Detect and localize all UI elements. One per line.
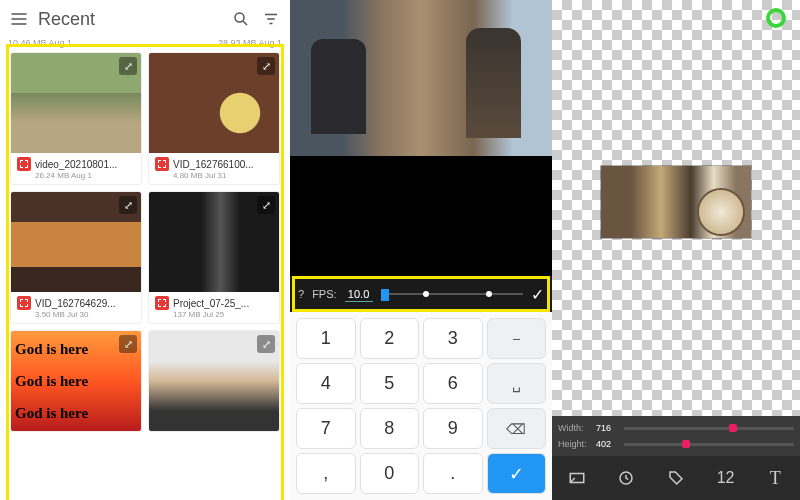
- overlay-text: God is here: [15, 405, 137, 422]
- file-name: VID_162764629...: [35, 298, 116, 309]
- key-4[interactable]: 4: [296, 363, 356, 404]
- key-2[interactable]: 2: [360, 318, 420, 359]
- video-icon: [17, 296, 31, 310]
- sub-left: 10.46 MB Aug 1: [8, 38, 72, 48]
- thumbnail-card[interactable]: ⤢ VID_162764629... 3.50 MB Jul 30: [10, 191, 142, 324]
- range-end-handle[interactable]: [486, 291, 492, 297]
- editor-toolbar: 12 T: [552, 456, 800, 500]
- key-9[interactable]: 9: [423, 408, 483, 449]
- expand-icon[interactable]: ⤢: [257, 57, 275, 75]
- dimensions-panel: Width: 716 Height: 402: [552, 416, 800, 456]
- confirm-icon[interactable]: ✓: [531, 285, 544, 304]
- video-icon: [155, 157, 169, 171]
- file-name: video_20210801...: [35, 159, 117, 170]
- video-icon: [17, 157, 31, 171]
- search-icon[interactable]: [230, 8, 252, 30]
- gallery-panel: Recent 10.46 MB Aug 1 28.93 MB Aug 1 ⤢ v…: [0, 0, 290, 500]
- menu-icon[interactable]: [8, 8, 30, 30]
- range-scrubber[interactable]: [381, 293, 523, 295]
- thumbnail-grid: ⤢ video_20210801... 26.24 MB Aug 1 ⤢ VID…: [0, 52, 290, 432]
- gallery-title: Recent: [38, 9, 222, 30]
- height-label: Height:: [558, 439, 592, 449]
- fps-editor-panel: ? FPS: 10.0 ✓ 1 2 3 − 4 5 6 ␣ 7 8 9 ⌫ , …: [290, 0, 552, 500]
- key-period[interactable]: .: [423, 453, 483, 494]
- thumbnail-image: ⤢: [149, 53, 279, 153]
- history-tool-icon[interactable]: [612, 464, 640, 492]
- aspect-tool-icon[interactable]: [563, 464, 591, 492]
- key-minus[interactable]: −: [487, 318, 547, 359]
- preview-gap: [290, 156, 552, 276]
- range-start-handle[interactable]: [423, 291, 429, 297]
- filter-icon[interactable]: [260, 8, 282, 30]
- expand-icon[interactable]: ⤢: [119, 57, 137, 75]
- file-meta: 3.50 MB Jul 30: [35, 310, 135, 319]
- thumbnail-image: ⤢: [11, 53, 141, 153]
- key-7[interactable]: 7: [296, 408, 356, 449]
- fps-toolbar: ? FPS: 10.0 ✓: [290, 276, 552, 312]
- fps-input[interactable]: 10.0: [345, 287, 373, 302]
- file-name: Project_07-25_...: [173, 298, 249, 309]
- overlay-text: God is here: [15, 373, 137, 390]
- layer-image[interactable]: [601, 166, 751, 238]
- text-tool-icon[interactable]: T: [761, 464, 789, 492]
- file-name: VID_162766100...: [173, 159, 254, 170]
- gallery-topbar: Recent: [0, 0, 290, 38]
- key-6[interactable]: 6: [423, 363, 483, 404]
- thumbnail-image: ⤢: [11, 192, 141, 292]
- key-3[interactable]: 3: [423, 318, 483, 359]
- thumbnail-image: ⤢: [149, 192, 279, 292]
- key-confirm[interactable]: ✓: [487, 453, 547, 494]
- tool-number[interactable]: 12: [712, 464, 740, 492]
- key-0[interactable]: 0: [360, 453, 420, 494]
- top-meta-row: 10.46 MB Aug 1 28.93 MB Aug 1: [0, 38, 290, 52]
- file-meta: 26.24 MB Aug 1: [35, 171, 135, 180]
- width-label: Width:: [558, 423, 592, 433]
- numeric-keypad: 1 2 3 − 4 5 6 ␣ 7 8 9 ⌫ , 0 . ✓: [290, 312, 552, 500]
- key-8[interactable]: 8: [360, 408, 420, 449]
- key-space[interactable]: ␣: [487, 363, 547, 404]
- thumbnail-card[interactable]: ⤢ video_20210801... 26.24 MB Aug 1: [10, 52, 142, 185]
- key-5[interactable]: 5: [360, 363, 420, 404]
- height-value: 402: [596, 439, 620, 449]
- editor-canvas[interactable]: [552, 0, 800, 416]
- image-editor-panel: Width: 716 Height: 402 12 T: [552, 0, 800, 500]
- thumbnail-card[interactable]: ⤢: [148, 330, 280, 432]
- thumbnail-card[interactable]: ⤢ VID_162766100... 4.80 MB Jul 31: [148, 52, 280, 185]
- expand-icon[interactable]: ⤢: [257, 196, 275, 214]
- thumbnail-image: ⤢: [149, 331, 279, 431]
- height-slider[interactable]: [624, 443, 794, 446]
- key-1[interactable]: 1: [296, 318, 356, 359]
- key-backspace[interactable]: ⌫: [487, 408, 547, 449]
- tag-tool-icon[interactable]: [662, 464, 690, 492]
- thumbnail-image: God is here God is here God is here ⤢: [11, 331, 141, 431]
- width-value: 716: [596, 423, 620, 433]
- record-indicator-icon: [766, 8, 786, 28]
- slider-thumb[interactable]: [682, 440, 690, 448]
- video-icon: [155, 296, 169, 310]
- fps-label: FPS:: [312, 288, 336, 300]
- key-comma[interactable]: ,: [296, 453, 356, 494]
- thumbnail-card[interactable]: God is here God is here God is here ⤢: [10, 330, 142, 432]
- video-preview: [290, 0, 552, 156]
- file-meta: 137 MB Jul 25: [173, 310, 273, 319]
- svg-point-0: [235, 13, 244, 22]
- thumbnail-card[interactable]: ⤢ Project_07-25_... 137 MB Jul 25: [148, 191, 280, 324]
- width-slider[interactable]: [624, 427, 794, 430]
- slider-thumb[interactable]: [729, 424, 737, 432]
- sub-right: 28.93 MB Aug 1: [218, 38, 282, 48]
- file-meta: 4.80 MB Jul 31: [173, 171, 273, 180]
- scrub-cursor-icon[interactable]: [381, 289, 389, 301]
- expand-icon[interactable]: ⤢: [119, 335, 137, 353]
- help-icon[interactable]: ?: [298, 288, 304, 300]
- expand-icon[interactable]: ⤢: [257, 335, 275, 353]
- expand-icon[interactable]: ⤢: [119, 196, 137, 214]
